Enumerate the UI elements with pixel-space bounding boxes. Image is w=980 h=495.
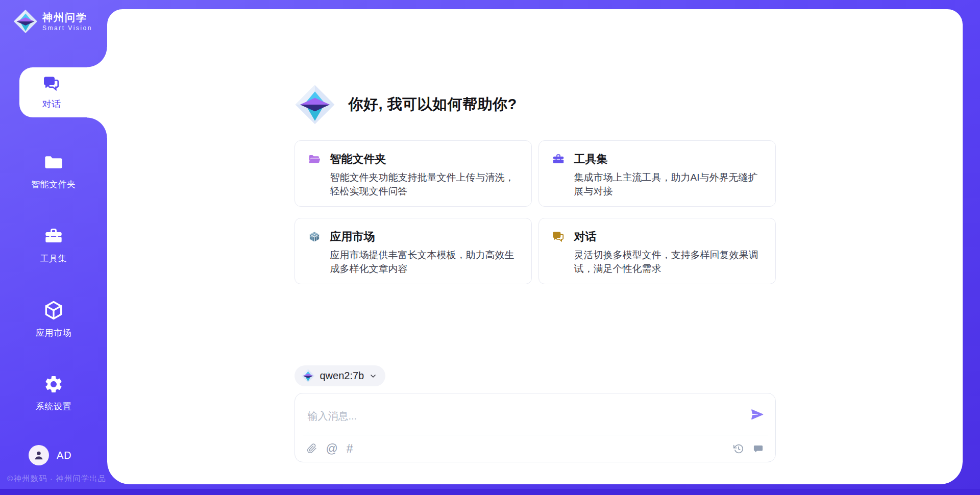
sidebar: 神州问学 Smart Vision 对话 智能文件夹 — [0, 0, 107, 495]
user-initials: AD — [57, 450, 72, 461]
toolbox-icon — [43, 226, 64, 249]
app-root: 神州问学 Smart Vision 对话 智能文件夹 — [0, 0, 980, 495]
card-title: 工具集 — [574, 152, 608, 167]
card-title: 对话 — [574, 229, 597, 244]
attachment-icon[interactable] — [306, 443, 317, 454]
grid-cube-icon — [308, 230, 321, 243]
message-composer: @ # — [295, 393, 776, 462]
sidebar-item-smart-folder[interactable]: 智能文件夹 — [0, 151, 107, 191]
copyright-text: ©神州数码 · 神州问学出品 — [7, 474, 106, 484]
message-input[interactable] — [307, 400, 743, 429]
send-icon[interactable] — [750, 407, 765, 422]
sidebar-item-label: 工具集 — [40, 253, 67, 264]
card-app-market[interactable]: 应用市场 应用市场提供丰富长文本模板，助力高效生成多样化文章内容 — [295, 218, 532, 284]
toolbox-icon — [552, 153, 565, 166]
card-chat[interactable]: 对话 灵活切换多模型文件，支持多样回复效果调试，满足个性化需求 — [538, 218, 776, 284]
feature-cards: 智能文件夹 智能文件夹功能支持批量文件上传与清洗，轻松实现文件问答 工具 — [295, 140, 776, 284]
sidebar-item-chat[interactable]: 对话 — [19, 67, 107, 117]
card-title: 应用市场 — [330, 229, 375, 244]
main-panel: 你好, 我可以如何帮助你? 智能文件夹 智能文件夹功能支持批量文件上传与清洗，轻… — [107, 9, 963, 484]
card-description: 灵活切换多模型文件，支持多样回复效果调试，满足个性化需求 — [574, 248, 763, 276]
gear-icon — [43, 374, 64, 397]
sidebar-item-label: 系统设置 — [36, 401, 71, 412]
chat-icon — [552, 230, 565, 243]
sidebar-item-label: 应用市场 — [36, 327, 71, 339]
bottom-strip — [0, 489, 980, 495]
brand: 神州问学 Smart Vision — [13, 9, 92, 34]
brand-name: 神州问学 — [42, 11, 92, 23]
brand-subtitle: Smart Vision — [42, 24, 92, 32]
card-description: 智能文件夹功能支持批量文件上传与清洗，轻松实现文件问答 — [330, 170, 519, 198]
user-account[interactable]: AD — [29, 445, 72, 465]
greeting-title: 你好, 我可以如何帮助你? — [349, 94, 517, 115]
cube-icon — [43, 300, 64, 323]
card-toolset[interactable]: 工具集 集成市场上主流工具，助力AI与外界无缝扩展与对接 — [538, 140, 776, 207]
avatar — [29, 445, 49, 465]
card-title: 智能文件夹 — [330, 152, 386, 167]
card-description: 应用市场提供丰富长文本模板，助力高效生成多样化文章内容 — [330, 248, 519, 276]
brand-logo-icon — [13, 9, 38, 34]
sidebar-item-settings[interactable]: 系统设置 — [0, 373, 107, 413]
card-smart-folder[interactable]: 智能文件夹 智能文件夹功能支持批量文件上传与清洗，轻松实现文件问答 — [295, 140, 532, 207]
sidebar-item-label: 智能文件夹 — [31, 179, 76, 190]
sidebar-item-toolset[interactable]: 工具集 — [0, 225, 107, 265]
chevron-down-icon — [369, 372, 377, 380]
sidebar-item-app-market[interactable]: 应用市场 — [0, 299, 107, 339]
history-icon[interactable] — [733, 443, 744, 454]
sidebar-item-label: 对话 — [42, 98, 61, 110]
message-bubble-icon[interactable] — [753, 443, 764, 454]
greeting: 你好, 我可以如何帮助你? — [295, 84, 776, 125]
hashtag-icon[interactable]: # — [347, 443, 353, 454]
card-description: 集成市场上主流工具，助力AI与外界无缝扩展与对接 — [574, 170, 763, 198]
model-name: qwen2:7b — [320, 370, 364, 382]
mention-icon[interactable]: @ — [326, 443, 338, 454]
greeting-logo-icon — [295, 84, 335, 125]
chat-icon — [42, 75, 61, 95]
model-selector[interactable]: qwen2:7b — [295, 365, 386, 386]
folder-open-icon — [308, 153, 321, 166]
folder-icon — [43, 152, 64, 175]
model-logo-icon — [301, 369, 315, 383]
